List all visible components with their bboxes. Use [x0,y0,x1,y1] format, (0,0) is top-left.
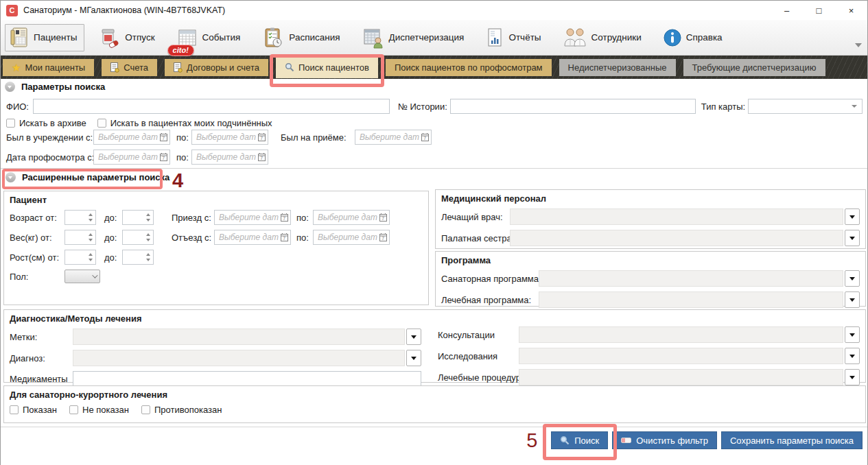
age-from-spinner[interactable] [64,210,96,225]
weight-row: Вес(кг) от: до: Отъезд с: Выберите дат 7… [10,230,423,245]
weight-from-spinner[interactable] [64,230,96,245]
toolbar-label: Расписания [289,32,340,43]
medications-input[interactable] [73,371,421,386]
divider [1,168,867,169]
maximize-button[interactable]: □ [803,1,835,20]
tab-requiring-dispatch[interactable]: Требующие диспетчеризацию [683,59,825,76]
appointment-date[interactable]: Выберите дат 7 [355,130,432,145]
dropdown-button[interactable] [406,329,421,345]
button-label: Поиск [574,436,599,446]
clear-filter-button[interactable]: Очистить фильтр [612,431,717,449]
date-placeholder: Выберите дат [318,232,377,242]
toolbar-item-reports[interactable]: Отчёты [486,27,541,49]
minimize-button[interactable]: – [771,1,803,20]
fio-input[interactable] [33,99,390,114]
toolbar-item-vacation[interactable]: Отпуск [99,27,154,49]
treatment-program-select[interactable] [539,291,860,308]
date-placeholder: Выберите дат [98,152,158,162]
age-to-spinner[interactable] [122,210,154,225]
height-from-spinner[interactable] [64,250,96,265]
patient-group: Пациент Возраст от: до: Приезд с: Выбери… [3,191,429,305]
date-placeholder: Выберите дат [318,213,377,222]
tab-contracts-invoices[interactable]: Договоры и счета [165,59,268,76]
group-title: Для санаторно-курортного лечения [10,390,860,400]
collapse-icon[interactable] [5,172,16,182]
facility-from-label: Был в учреждении с: [6,132,93,143]
profexam-from-label: Дата профосмотра с: [6,152,93,163]
nurse-select[interactable] [510,230,860,246]
dropdown-button[interactable] [406,350,421,366]
card-type-select[interactable] [748,99,863,114]
chevron-down-icon [849,277,855,281]
close-button[interactable]: × [835,1,867,20]
doctor-row: Лечащий врач: [441,208,860,225]
search-icon [560,436,570,445]
dropdown-button[interactable] [845,208,860,225]
dropdown-button[interactable] [845,348,860,364]
procedures-select[interactable] [519,369,860,385]
doctor-select[interactable] [510,208,860,225]
subordinates-checkbox-label: Искать в пациентах моих подчинённых [110,118,272,128]
facility-from-date[interactable]: Выберите дат 7 [93,130,170,145]
calendar-icon: 7 [421,133,429,141]
departure-from-date[interactable]: Выберите дат 7 [214,230,291,245]
resort-checkbox-row: Показан Не показан Противопоказан [10,405,860,415]
toolbar-overflow-arrow-icon[interactable] [855,43,862,47]
search-button[interactable]: Поиск [551,431,608,449]
window-controls: – □ × [771,1,867,20]
tab-my-patients[interactable]: ★ Мои пациенты [3,59,94,76]
select-value [519,326,843,343]
arrival-from-label: Приезд с: [172,213,214,223]
departure-to-date[interactable]: Выберите дат 7 [313,230,390,245]
profexam-to-date[interactable]: Выберите дат 7 [191,150,268,165]
appointment-label: Был на приёме: [281,132,355,143]
facility-to-date[interactable]: Выберите дат 7 [191,130,268,145]
height-to-spinner[interactable] [122,250,154,265]
tab-label: Договоры и счета [187,62,259,73]
sanatorium-program-select[interactable] [539,270,860,287]
arrival-from-date[interactable]: Выберите дат 7 [214,210,291,225]
researches-select[interactable] [519,348,860,364]
diagnosis-select[interactable] [73,350,421,366]
archive-checkbox[interactable] [6,119,15,128]
profexam-from-date[interactable]: Выберите дат 7 [93,150,170,165]
dropdown-button[interactable] [845,230,860,246]
height-from-label: Рост(см) от: [10,252,64,263]
consultations-select[interactable] [519,326,860,343]
advanced-params-header[interactable]: Расширенные параметры поиска 4 [5,172,169,182]
select-value [73,350,405,366]
tab-undispatched[interactable]: Недиспетчеризованные [559,59,676,76]
toolbar-item-help[interactable]: Справка [664,29,723,47]
weight-to-spinner[interactable] [122,230,154,245]
tab-label: Недиспетчеризованные [568,62,667,73]
toolbar-item-patients[interactable]: Пациенты [5,24,84,51]
to-label: по: [296,232,310,243]
gender-select[interactable] [64,270,100,283]
dropdown-button[interactable] [845,369,860,385]
toolbar-item-events[interactable]: cito! События [177,27,241,48]
dropdown-button[interactable] [845,291,860,308]
tab-patient-search[interactable]: Поиск пациентов [276,56,378,78]
collapse-icon[interactable] [5,82,15,92]
toolbar-item-staff[interactable]: Сотрудники [563,27,642,49]
tab-invoices[interactable]: Счета [102,59,157,76]
dropdown-button[interactable] [845,270,860,287]
indicated-checkbox[interactable] [10,405,19,414]
history-number-input[interactable] [450,99,696,114]
tags-select[interactable] [73,329,421,345]
tab-profexam-search[interactable]: Поиск пациентов по профосмотрам [386,59,552,76]
toolbar-item-dispatch[interactable]: Диспетчеризация [362,27,465,49]
dropdown-button[interactable] [845,326,860,343]
not-indicated-checkbox[interactable] [69,405,78,414]
arrival-to-date[interactable]: Выберите дат 7 [313,210,390,225]
toolbar-item-schedules[interactable]: Расписания [262,27,340,49]
save-search-params-button[interactable]: Сохранить параметры поиска [721,431,863,449]
tab-label: Поиск пациентов по профосмотрам [395,62,543,73]
subordinates-checkbox[interactable] [97,119,106,128]
search-params-header[interactable]: Параметры поиска [5,82,105,92]
select-value [519,348,843,364]
contraindicated-checkbox[interactable] [141,405,150,414]
procedures-row: Лечебные процедуры [438,369,860,385]
calendar-icon: 7 [379,233,387,241]
cito-badge: cito! [167,45,194,56]
